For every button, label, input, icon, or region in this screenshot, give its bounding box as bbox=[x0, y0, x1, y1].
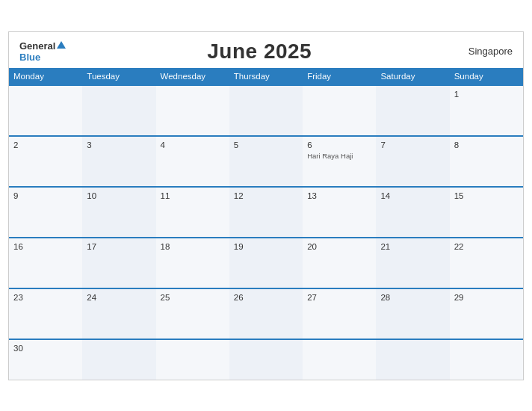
header-thursday: Thursday bbox=[229, 68, 303, 84]
cell-w1-mon bbox=[9, 86, 82, 135]
cell-w3-sat: 14 bbox=[376, 188, 449, 237]
calendar-body: 1 2 3 4 5 6 Hari Raya Haji 7 8 9 10 11 1… bbox=[9, 84, 523, 380]
logo-general-text: General bbox=[19, 40, 55, 52]
logo-triangle-icon bbox=[57, 41, 66, 49]
cell-w2-sun: 8 bbox=[450, 137, 523, 186]
cell-w5-wed: 25 bbox=[156, 289, 229, 339]
cell-w1-wed bbox=[156, 86, 229, 135]
cell-w3-sun: 15 bbox=[450, 188, 523, 237]
cell-w4-sat: 21 bbox=[376, 238, 449, 288]
cell-w3-fri: 13 bbox=[303, 188, 376, 237]
cell-w3-tue: 10 bbox=[82, 188, 155, 237]
logo: General Blue bbox=[19, 40, 66, 63]
cell-w2-mon: 2 bbox=[9, 137, 82, 186]
header-friday: Friday bbox=[303, 68, 376, 84]
cell-w1-sun: 1 bbox=[450, 86, 523, 135]
cell-w5-tue: 24 bbox=[82, 289, 155, 339]
country-label: Singapore bbox=[453, 46, 513, 57]
week-row-1: 1 bbox=[9, 84, 523, 135]
week-row-3: 9 10 11 12 13 14 15 bbox=[9, 186, 523, 237]
week-row-4: 16 17 18 19 20 21 22 bbox=[9, 237, 523, 288]
cell-w6-mon: 30 bbox=[9, 340, 82, 380]
cell-w2-sat: 7 bbox=[376, 137, 449, 186]
cell-w4-sun: 22 bbox=[450, 238, 523, 288]
cell-w4-wed: 18 bbox=[156, 238, 229, 288]
cell-w1-tue bbox=[82, 86, 155, 135]
calendar: General Blue June 2025 Singapore Monday … bbox=[8, 31, 524, 380]
cell-w1-thu bbox=[229, 86, 303, 135]
cell-w5-fri: 27 bbox=[303, 289, 376, 339]
header-saturday: Saturday bbox=[376, 68, 449, 84]
cell-w5-sun: 29 bbox=[450, 289, 523, 339]
header-wednesday: Wednesday bbox=[156, 68, 229, 84]
cell-w2-wed: 4 bbox=[156, 137, 229, 186]
header-monday: Monday bbox=[9, 68, 82, 84]
cell-w3-thu: 12 bbox=[229, 188, 303, 237]
month-title: June 2025 bbox=[66, 40, 453, 64]
cell-w2-thu: 5 bbox=[229, 137, 303, 186]
cell-w6-wed bbox=[156, 340, 229, 380]
cell-w6-fri bbox=[303, 340, 376, 380]
cell-w4-thu: 19 bbox=[229, 238, 303, 288]
cell-w1-sat bbox=[376, 86, 449, 135]
cell-w6-sat bbox=[376, 340, 449, 380]
cell-w5-mon: 23 bbox=[9, 289, 82, 339]
week-row-6: 30 bbox=[9, 339, 523, 380]
cell-w4-fri: 20 bbox=[303, 238, 376, 288]
cell-w3-mon: 9 bbox=[9, 188, 82, 237]
logo-blue-text: Blue bbox=[19, 52, 40, 63]
header-tuesday: Tuesday bbox=[82, 68, 155, 84]
cell-w4-mon: 16 bbox=[9, 238, 82, 288]
cell-w2-tue: 3 bbox=[82, 137, 155, 186]
header-sunday: Sunday bbox=[450, 68, 523, 84]
cell-w1-fri bbox=[303, 86, 376, 135]
week-row-5: 23 24 25 26 27 28 29 bbox=[9, 288, 523, 339]
cell-w5-thu: 26 bbox=[229, 289, 303, 339]
cell-w6-tue bbox=[82, 340, 155, 380]
cell-w6-sun bbox=[450, 340, 523, 380]
cell-w5-sat: 28 bbox=[376, 289, 449, 339]
calendar-header: General Blue June 2025 Singapore bbox=[9, 32, 523, 68]
cell-w2-fri: 6 Hari Raya Haji bbox=[303, 137, 376, 186]
day-headers: Monday Tuesday Wednesday Thursday Friday… bbox=[9, 68, 523, 84]
week-row-2: 2 3 4 5 6 Hari Raya Haji 7 8 bbox=[9, 135, 523, 186]
cell-w3-wed: 11 bbox=[156, 188, 229, 237]
cell-w6-thu bbox=[229, 340, 303, 380]
cell-w4-tue: 17 bbox=[82, 238, 155, 288]
